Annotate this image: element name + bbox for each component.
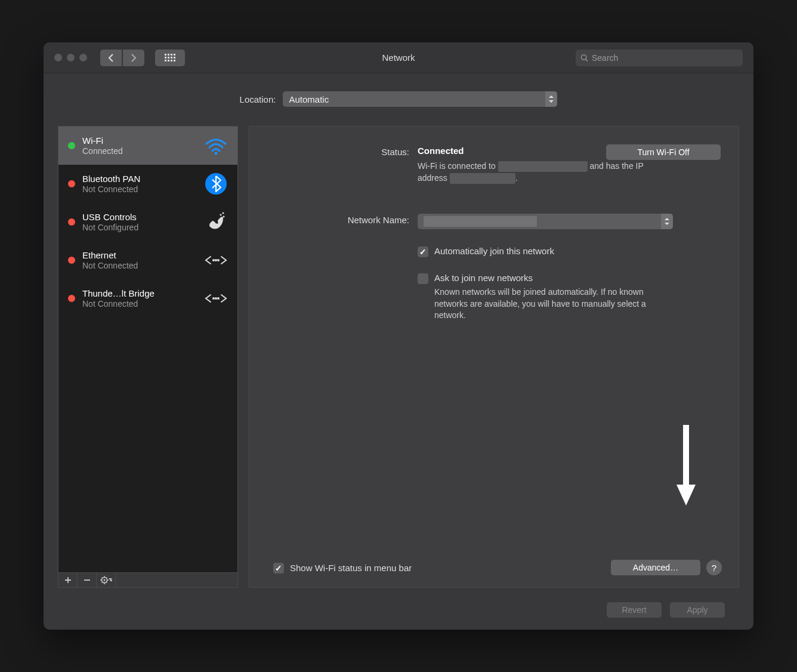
minimize-window-button[interactable] [67, 54, 75, 61]
svg-rect-11 [174, 60, 175, 61]
location-select[interactable]: Automatic [283, 91, 557, 107]
search-field[interactable] [576, 50, 743, 66]
svg-point-17 [223, 212, 224, 214]
search-input[interactable] [592, 53, 738, 63]
svg-line-33 [101, 582, 102, 582]
interface-status: Not Connected [82, 261, 196, 271]
interface-list: Wi-Fi Connected Bluetooth PAN Not Connec… [58, 126, 238, 572]
svg-point-18 [223, 216, 225, 218]
status-dot-icon [68, 218, 75, 226]
svg-rect-5 [168, 57, 169, 58]
interface-item-thunderbolt[interactable]: Thunde…lt Bridge Not Connected [58, 279, 237, 317]
zoom-window-button[interactable] [79, 54, 87, 61]
svg-point-16 [220, 214, 222, 216]
interface-item-wifi[interactable]: Wi-Fi Connected [58, 127, 237, 165]
status-dot-icon [68, 142, 75, 149]
detail-footer: Show Wi-Fi status in menu bar Advanced… … [266, 560, 722, 575]
interface-text: Wi-Fi Connected [82, 135, 196, 156]
auto-join-checkbox[interactable] [418, 246, 428, 257]
interface-name: Thunde…lt Bridge [82, 288, 196, 299]
revert-button[interactable]: Revert [607, 602, 662, 618]
ask-join-row: Ask to join new networks Known networks … [418, 273, 722, 322]
detail-panel: Turn Wi-Fi Off Status: Connected Wi-Fi i… [249, 126, 739, 588]
svg-rect-1 [168, 54, 169, 56]
titlebar: Network [44, 42, 753, 73]
svg-rect-6 [171, 57, 172, 58]
interface-text: Ethernet Not Connected [82, 250, 196, 271]
ask-join-description: Known networks will be joined automatica… [434, 286, 673, 322]
svg-rect-2 [171, 54, 172, 56]
phone-icon [203, 209, 229, 235]
status-dot-icon [68, 257, 75, 264]
svg-point-26 [103, 579, 105, 581]
status-description: Wi-Fi is connected to and has the IP add… [418, 161, 668, 184]
status-dot-icon [68, 180, 75, 187]
help-button[interactable]: ? [706, 560, 722, 575]
interface-text: Bluetooth PAN Not Connected [82, 174, 196, 195]
location-row: Location: Automatic [58, 91, 739, 107]
svg-line-13 [586, 59, 588, 61]
stepper-icon [545, 91, 557, 107]
svg-rect-8 [165, 60, 166, 61]
minus-icon [84, 577, 91, 584]
show-status-checkbox[interactable] [273, 563, 284, 574]
content-area: Location: Automatic Wi-Fi Connected [44, 73, 753, 630]
traffic-lights [54, 54, 87, 61]
show-status-row: Show Wi-Fi status in menu bar [273, 562, 412, 574]
location-label: Location: [240, 94, 276, 104]
interface-name: USB Controls [82, 212, 196, 223]
interface-item-usb[interactable]: USB Controls Not Configured [58, 203, 237, 241]
svg-line-31 [101, 578, 102, 578]
auto-join-label-wrap: Automatically join this network [434, 246, 554, 256]
interface-item-ethernet[interactable]: Ethernet Not Connected [58, 241, 237, 279]
forward-button[interactable] [123, 50, 144, 66]
svg-point-12 [581, 54, 586, 59]
network-name-row: Network Name: [266, 214, 722, 229]
network-name-select[interactable] [418, 214, 673, 229]
redacted-network-name [424, 216, 537, 227]
show-all-button[interactable] [155, 50, 185, 66]
redacted-ip [450, 173, 515, 184]
search-icon [580, 54, 588, 62]
ask-join-checkbox[interactable] [418, 273, 428, 284]
auto-join-row: Automatically join this network [418, 246, 722, 257]
ask-join-label: Ask to join new networks [434, 273, 673, 283]
status-dot-icon [68, 295, 75, 302]
turn-wifi-off-button[interactable]: Turn Wi-Fi Off [606, 144, 721, 160]
interface-text: USB Controls Not Configured [82, 212, 196, 233]
svg-point-21 [217, 259, 220, 261]
bluetooth-icon [203, 171, 229, 197]
auto-join-label: Automatically join this network [434, 246, 554, 256]
show-status-label: Show Wi-Fi status in menu bar [290, 563, 412, 573]
add-interface-button[interactable] [58, 573, 78, 587]
advanced-button[interactable]: Advanced… [611, 560, 700, 575]
ethernet-icon [203, 285, 229, 312]
window-title: Network [382, 53, 415, 63]
network-preferences-window: Network Location: Automatic Wi-Fi [44, 42, 753, 630]
gear-icon [100, 576, 112, 584]
bottom-buttons: Revert Apply [58, 588, 739, 618]
svg-point-22 [212, 297, 215, 300]
svg-rect-4 [165, 57, 166, 58]
location-value: Automatic [289, 94, 329, 104]
apply-button[interactable]: Apply [670, 602, 725, 618]
svg-point-14 [215, 152, 218, 155]
svg-point-23 [215, 297, 217, 300]
interface-name: Wi-Fi [82, 135, 196, 146]
back-button[interactable] [100, 50, 122, 66]
stepper-icon [661, 214, 673, 229]
sidebar-toolbar [58, 572, 238, 588]
arrow-annotation-icon [674, 425, 698, 510]
interface-options-button[interactable] [97, 573, 116, 587]
status-label: Status: [266, 146, 409, 184]
close-window-button[interactable] [54, 54, 62, 61]
svg-rect-0 [165, 54, 166, 56]
main-area: Wi-Fi Connected Bluetooth PAN Not Connec… [58, 126, 739, 588]
nav-buttons [100, 50, 144, 66]
interface-name: Ethernet [82, 250, 196, 261]
interface-status: Connected [82, 146, 196, 156]
ask-join-label-wrap: Ask to join new networks Known networks … [434, 273, 673, 322]
interface-item-bluetooth[interactable]: Bluetooth PAN Not Connected [58, 165, 237, 203]
svg-rect-7 [174, 57, 175, 58]
remove-interface-button[interactable] [78, 573, 97, 587]
